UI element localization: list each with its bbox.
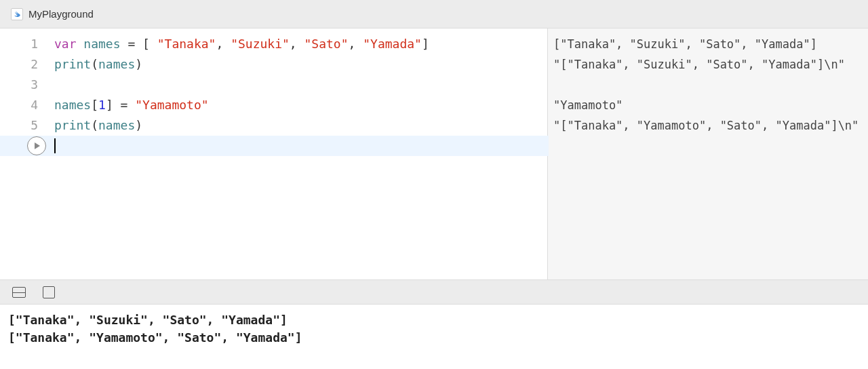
code-editor[interactable]: 12345 var names = [ "Tanaka", "Suzuki", … <box>0 28 548 279</box>
code-line[interactable]: print(names) <box>54 115 547 136</box>
panel-split-icon[interactable] <box>12 286 26 298</box>
code-line-current[interactable] <box>0 136 549 156</box>
panel-square-icon[interactable] <box>42 286 56 298</box>
line-number: 2 <box>0 54 38 75</box>
result-line: "["Tanaka", "Yamamoto", "Sato", "Yamada"… <box>553 115 859 136</box>
code-line[interactable]: var names = [ "Tanaka", "Suzuki", "Sato"… <box>54 34 547 54</box>
line-number: 4 <box>0 95 38 115</box>
result-line: ["Tanaka", "Suzuki", "Sato", "Yamada"] <box>553 34 859 54</box>
line-number: 1 <box>0 34 38 54</box>
results-sidebar: ["Tanaka", "Suzuki", "Sato", "Yamada"]"[… <box>548 28 868 279</box>
console-line: ["Tanaka", "Yamamoto", "Sato", "Yamada"] <box>8 329 860 347</box>
console-line: ["Tanaka", "Suzuki", "Sato", "Yamada"] <box>8 311 860 329</box>
line-number: 3 <box>0 75 38 95</box>
console-output[interactable]: ["Tanaka", "Suzuki", "Sato", "Yamada"]["… <box>0 304 868 369</box>
title-bar: MyPlayground <box>0 0 868 28</box>
result-line <box>553 75 859 95</box>
code-line[interactable]: names[1] = "Yamamoto" <box>54 95 547 115</box>
code-line[interactable]: print(names) <box>54 54 547 75</box>
text-cursor <box>54 138 56 153</box>
line-number: 5 <box>0 115 38 136</box>
swift-file-icon <box>11 8 23 20</box>
run-button[interactable] <box>27 136 46 155</box>
result-line: "Yamamoto" <box>553 95 859 115</box>
main-area: 12345 var names = [ "Tanaka", "Suzuki", … <box>0 28 868 279</box>
line-number-gutter: 12345 <box>0 28 54 279</box>
result-line: "["Tanaka", "Suzuki", "Sato", "Yamada"]\… <box>553 54 859 75</box>
code-content[interactable]: var names = [ "Tanaka", "Suzuki", "Sato"… <box>54 28 547 279</box>
debug-bar <box>0 279 868 304</box>
file-title: MyPlayground <box>28 8 94 20</box>
code-line[interactable] <box>54 75 547 95</box>
